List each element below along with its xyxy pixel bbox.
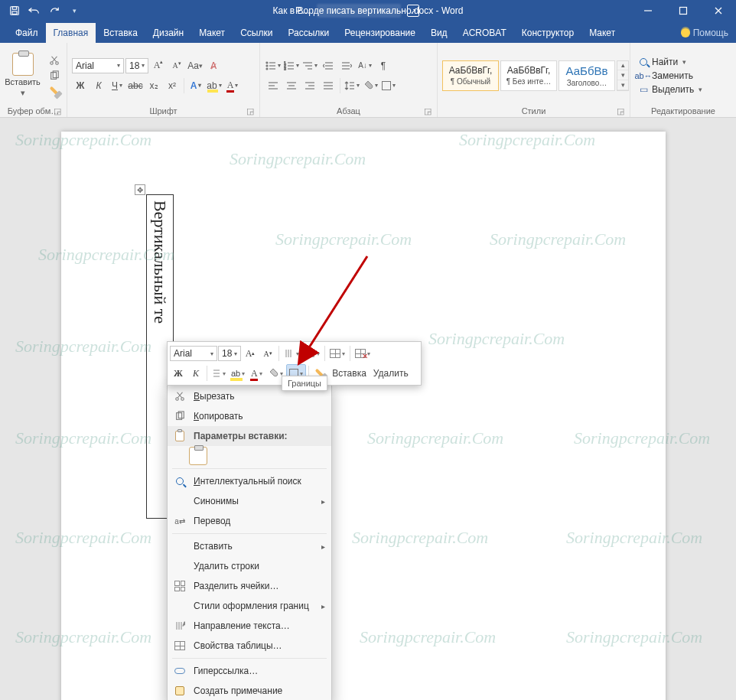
tab-references[interactable]: Ссылки: [233, 23, 280, 43]
text-effects-button[interactable]: A: [187, 77, 204, 94]
sort-button[interactable]: A↓: [357, 57, 373, 74]
subscript-button[interactable]: x₂: [145, 77, 162, 94]
change-case-button[interactable]: Aa▾: [187, 57, 204, 74]
tab-table-design[interactable]: Конструктор: [514, 23, 581, 43]
superscript-button[interactable]: x²: [164, 77, 181, 94]
svg-rect-1: [12, 7, 16, 10]
highlight-button[interactable]: ab: [206, 77, 223, 94]
dialog-launcher-icon[interactable]: ◲: [616, 106, 625, 116]
mini-delete-table[interactable]: ✕: [353, 344, 373, 363]
close-button[interactable]: [701, 0, 736, 21]
bold-button[interactable]: Ж: [72, 77, 89, 94]
copy-button[interactable]: [47, 69, 62, 83]
svg-point-5: [50, 61, 54, 64]
mini-highlight[interactable]: ab: [229, 364, 247, 383]
mini-insert-table[interactable]: [327, 344, 347, 363]
document-workspace[interactable]: [0, 118, 736, 700]
redo-button[interactable]: [46, 2, 63, 19]
tab-acrobat[interactable]: ACROBAT: [455, 23, 514, 43]
maximize-button[interactable]: [666, 0, 701, 21]
grow-font-button[interactable]: A▴: [150, 57, 167, 74]
tab-layout[interactable]: Макет: [191, 23, 233, 43]
mini-vertical-align[interactable]: [210, 364, 228, 383]
styles-gallery-more[interactable]: ▴▾▾: [617, 60, 629, 91]
ctx-new-comment[interactable]: Создать примечание: [168, 681, 331, 700]
align-center-button[interactable]: [283, 77, 300, 94]
ctx-split-cells[interactable]: Разделить ячейки…: [168, 576, 331, 596]
ctx-copy[interactable]: Копировать: [168, 406, 331, 426]
qat-customize[interactable]: ▾: [66, 2, 83, 19]
context-menu: Вырезать Копировать Параметры вставки: И…: [167, 383, 332, 700]
ctx-paste-option-1[interactable]: [168, 446, 331, 466]
tab-table-layout[interactable]: Макет: [581, 23, 623, 43]
cut-button[interactable]: [47, 54, 62, 67]
tab-view[interactable]: Вид: [423, 23, 455, 43]
numbering-button[interactable]: 123: [283, 57, 300, 74]
shading-button[interactable]: [362, 77, 379, 94]
ctx-table-properties[interactable]: Свойства таблицы…: [168, 636, 331, 656]
font-size-combo[interactable]: 18▾: [125, 58, 148, 73]
shrink-font-button[interactable]: A▾: [168, 57, 185, 74]
mini-shrink-font[interactable]: A▾: [259, 344, 276, 363]
font-name-combo[interactable]: Arial▾: [72, 58, 124, 73]
svg-point-56: [181, 398, 184, 401]
tab-design[interactable]: Дизайн: [145, 23, 191, 43]
font-color-button[interactable]: A: [224, 77, 241, 94]
mini-insert-label[interactable]: Вставка: [329, 368, 370, 379]
tab-file[interactable]: Файл: [8, 23, 46, 43]
tell-me-search[interactable]: Помощь: [673, 23, 736, 43]
multilevel-button[interactable]: [301, 57, 318, 74]
align-right-button[interactable]: [301, 77, 318, 94]
style-normal[interactable]: АаБбВвГг, ¶ Обычный: [442, 60, 499, 91]
style-no-spacing[interactable]: АаБбВвГг, ¶ Без инте…: [500, 60, 557, 91]
line-spacing-button[interactable]: [344, 77, 360, 94]
align-left-button[interactable]: [265, 77, 282, 94]
ctx-translate[interactable]: a⇄ Перевод: [168, 511, 331, 531]
tab-review[interactable]: Рецензирование: [337, 23, 423, 43]
ctx-smart-lookup[interactable]: Интеллектуальный поиск: [168, 471, 331, 491]
strike-button[interactable]: abc: [127, 77, 144, 94]
dialog-launcher-icon[interactable]: ◲: [246, 106, 255, 116]
mini-align[interactable]: [302, 344, 322, 363]
select-button[interactable]: ▭Выделить▾: [637, 83, 704, 96]
ctx-hyperlink[interactable]: Гиперссылка…: [168, 661, 331, 681]
tab-insert[interactable]: Вставка: [96, 23, 145, 43]
paste-button[interactable]: Вставить ▾: [5, 53, 41, 98]
mini-grow-font[interactable]: A▴: [242, 344, 259, 363]
svg-text:3: 3: [284, 67, 286, 70]
clipboard-icon: [172, 428, 187, 444]
mini-delete-label[interactable]: Удалить: [370, 368, 412, 379]
italic-button[interactable]: К: [90, 77, 107, 94]
tab-mailings[interactable]: Рассылки: [280, 23, 337, 43]
bullets-button[interactable]: [265, 57, 282, 74]
mini-bold[interactable]: Ж: [170, 364, 187, 383]
find-button[interactable]: Найти▾: [637, 56, 704, 68]
ctx-synonyms[interactable]: Синонимы: [168, 491, 331, 511]
mini-font-combo[interactable]: Arial▾: [170, 346, 217, 361]
style-heading1[interactable]: АаБбВв Заголово…: [559, 60, 615, 91]
replace-button[interactable]: ab↔Заменить: [637, 70, 704, 82]
justify-button[interactable]: [320, 77, 337, 94]
clear-format-button[interactable]: A̷: [205, 57, 222, 74]
format-painter-button[interactable]: [47, 84, 62, 98]
ctx-insert[interactable]: Вставить: [168, 536, 331, 556]
underline-button[interactable]: Ч: [109, 77, 125, 94]
mini-italic[interactable]: К: [187, 364, 204, 383]
dialog-launcher-icon[interactable]: ◲: [423, 106, 432, 116]
dialog-launcher-icon[interactable]: ◲: [53, 106, 62, 116]
decrease-indent-button[interactable]: [320, 57, 337, 74]
table-move-handle[interactable]: ✥: [135, 184, 145, 195]
undo-button[interactable]: [26, 2, 43, 19]
mini-font-color[interactable]: A: [248, 364, 265, 383]
mini-size-combo[interactable]: 18▾: [218, 346, 241, 361]
save-button[interactable]: [6, 2, 23, 19]
borders-button[interactable]: [380, 77, 397, 94]
show-marks-button[interactable]: ¶: [375, 57, 392, 74]
mini-text-direction[interactable]: [282, 344, 301, 363]
ctx-border-styles[interactable]: Стили оформления границ: [168, 596, 331, 616]
tab-home[interactable]: Главная: [46, 23, 96, 43]
ctx-text-direction[interactable]: A Направление текста…: [168, 616, 331, 636]
increase-indent-button[interactable]: [338, 57, 355, 74]
ctx-delete-rows[interactable]: Удалить строки: [168, 556, 331, 576]
minimize-button[interactable]: [630, 0, 666, 21]
